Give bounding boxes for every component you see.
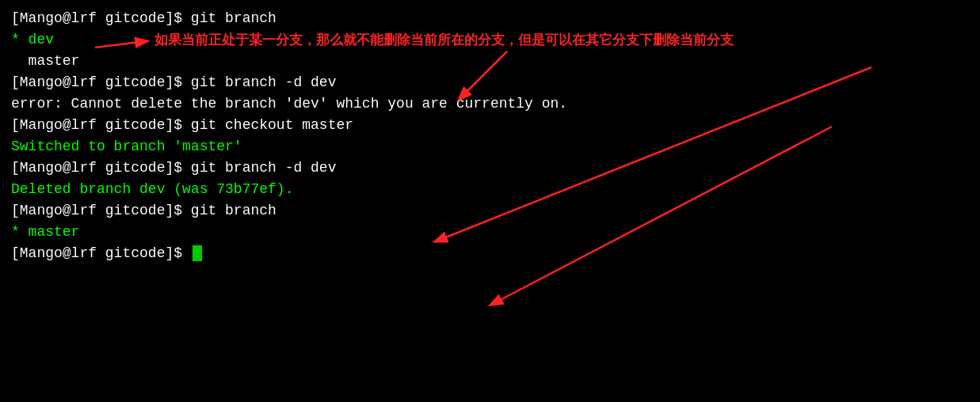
line-3: master bbox=[11, 51, 969, 72]
line-9: Deleted branch dev (was 73b77ef). bbox=[11, 179, 969, 200]
line-12: [Mango@lrf gitcode]$ bbox=[11, 243, 969, 264]
cursor bbox=[193, 245, 202, 261]
line-1: [Mango@lrf gitcode]$ git branch bbox=[11, 8, 969, 29]
annotation-text: 如果当前正处于某一分支，那么就不能删除当前所在的分支，但是可以在其它分支下删除当… bbox=[154, 30, 734, 51]
line-8: [Mango@lrf gitcode]$ git branch -d dev bbox=[11, 157, 969, 179]
line-6: [Mango@lrf gitcode]$ git checkout master bbox=[11, 115, 969, 136]
line-10: [Mango@lrf gitcode]$ git branch bbox=[11, 200, 969, 222]
line-11: * master bbox=[11, 222, 969, 243]
terminal: [Mango@lrf gitcode]$ git branch * dev ma… bbox=[0, 0, 980, 272]
line-5: error: Cannot delete the branch 'dev' wh… bbox=[11, 93, 969, 115]
line-4: [Mango@lrf gitcode]$ git branch -d dev bbox=[11, 72, 969, 93]
line-7: Switched to branch 'master' bbox=[11, 136, 969, 157]
